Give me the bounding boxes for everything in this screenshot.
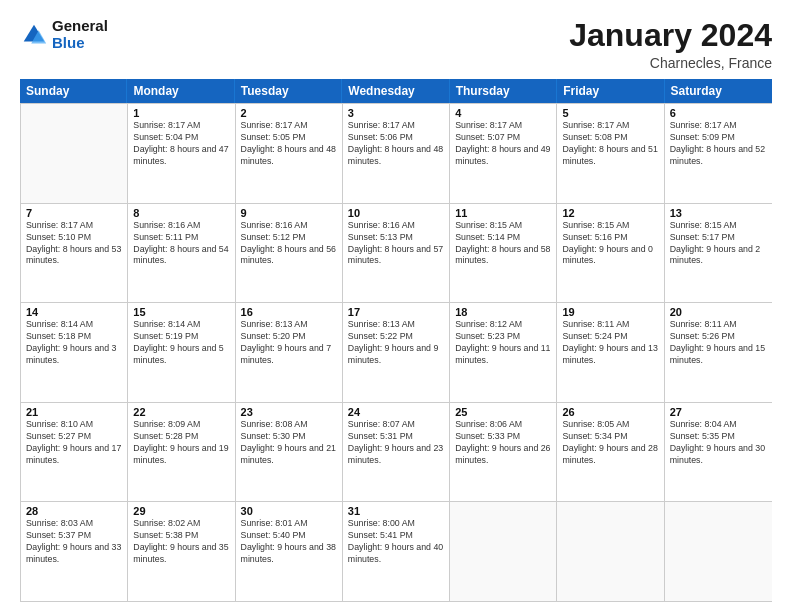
day-info: Sunrise: 8:06 AM Sunset: 5:33 PM Dayligh… — [455, 419, 551, 467]
day-number: 12 — [562, 207, 658, 219]
day-number: 13 — [670, 207, 767, 219]
weekday-header: Friday — [557, 79, 664, 103]
header: General Blue January 2024 Charnecles, Fr… — [20, 18, 772, 71]
day-number: 8 — [133, 207, 229, 219]
day-info: Sunrise: 8:02 AM Sunset: 5:38 PM Dayligh… — [133, 518, 229, 566]
day-info: Sunrise: 8:10 AM Sunset: 5:27 PM Dayligh… — [26, 419, 122, 467]
weekday-header: Sunday — [20, 79, 127, 103]
calendar-row: 28Sunrise: 8:03 AM Sunset: 5:37 PM Dayli… — [21, 501, 772, 601]
day-info: Sunrise: 8:13 AM Sunset: 5:20 PM Dayligh… — [241, 319, 337, 367]
calendar-cell — [450, 502, 557, 601]
calendar-cell: 30Sunrise: 8:01 AM Sunset: 5:40 PM Dayli… — [236, 502, 343, 601]
day-info: Sunrise: 8:00 AM Sunset: 5:41 PM Dayligh… — [348, 518, 444, 566]
day-info: Sunrise: 8:14 AM Sunset: 5:19 PM Dayligh… — [133, 319, 229, 367]
calendar-cell: 20Sunrise: 8:11 AM Sunset: 5:26 PM Dayli… — [665, 303, 772, 402]
day-number: 19 — [562, 306, 658, 318]
day-info: Sunrise: 8:08 AM Sunset: 5:30 PM Dayligh… — [241, 419, 337, 467]
day-info: Sunrise: 8:16 AM Sunset: 5:12 PM Dayligh… — [241, 220, 337, 268]
day-info: Sunrise: 8:15 AM Sunset: 5:16 PM Dayligh… — [562, 220, 658, 268]
day-number: 15 — [133, 306, 229, 318]
calendar-row: 14Sunrise: 8:14 AM Sunset: 5:18 PM Dayli… — [21, 302, 772, 402]
day-number: 11 — [455, 207, 551, 219]
page: General Blue January 2024 Charnecles, Fr… — [0, 0, 792, 612]
day-info: Sunrise: 8:05 AM Sunset: 5:34 PM Dayligh… — [562, 419, 658, 467]
calendar-cell — [557, 502, 664, 601]
day-number: 24 — [348, 406, 444, 418]
day-number: 4 — [455, 107, 551, 119]
day-number: 10 — [348, 207, 444, 219]
day-number: 1 — [133, 107, 229, 119]
day-info: Sunrise: 8:16 AM Sunset: 5:11 PM Dayligh… — [133, 220, 229, 268]
logo-icon — [20, 21, 48, 49]
day-info: Sunrise: 8:11 AM Sunset: 5:26 PM Dayligh… — [670, 319, 767, 367]
calendar-cell: 21Sunrise: 8:10 AM Sunset: 5:27 PM Dayli… — [21, 403, 128, 502]
day-number: 31 — [348, 505, 444, 517]
calendar-cell: 12Sunrise: 8:15 AM Sunset: 5:16 PM Dayli… — [557, 204, 664, 303]
calendar-cell: 7Sunrise: 8:17 AM Sunset: 5:10 PM Daylig… — [21, 204, 128, 303]
calendar-cell — [21, 104, 128, 203]
day-number: 7 — [26, 207, 122, 219]
calendar-row: 1Sunrise: 8:17 AM Sunset: 5:04 PM Daylig… — [21, 103, 772, 203]
calendar-cell: 6Sunrise: 8:17 AM Sunset: 5:09 PM Daylig… — [665, 104, 772, 203]
calendar-row: 7Sunrise: 8:17 AM Sunset: 5:10 PM Daylig… — [21, 203, 772, 303]
day-number: 14 — [26, 306, 122, 318]
calendar-cell: 1Sunrise: 8:17 AM Sunset: 5:04 PM Daylig… — [128, 104, 235, 203]
calendar-cell: 10Sunrise: 8:16 AM Sunset: 5:13 PM Dayli… — [343, 204, 450, 303]
day-info: Sunrise: 8:17 AM Sunset: 5:10 PM Dayligh… — [26, 220, 122, 268]
day-info: Sunrise: 8:17 AM Sunset: 5:09 PM Dayligh… — [670, 120, 767, 168]
day-info: Sunrise: 8:17 AM Sunset: 5:07 PM Dayligh… — [455, 120, 551, 168]
calendar-cell: 24Sunrise: 8:07 AM Sunset: 5:31 PM Dayli… — [343, 403, 450, 502]
calendar-cell: 25Sunrise: 8:06 AM Sunset: 5:33 PM Dayli… — [450, 403, 557, 502]
calendar-cell: 14Sunrise: 8:14 AM Sunset: 5:18 PM Dayli… — [21, 303, 128, 402]
day-number: 9 — [241, 207, 337, 219]
calendar-cell: 31Sunrise: 8:00 AM Sunset: 5:41 PM Dayli… — [343, 502, 450, 601]
day-number: 27 — [670, 406, 767, 418]
day-info: Sunrise: 8:14 AM Sunset: 5:18 PM Dayligh… — [26, 319, 122, 367]
day-number: 6 — [670, 107, 767, 119]
day-info: Sunrise: 8:17 AM Sunset: 5:05 PM Dayligh… — [241, 120, 337, 168]
calendar-cell: 19Sunrise: 8:11 AM Sunset: 5:24 PM Dayli… — [557, 303, 664, 402]
calendar-cell: 8Sunrise: 8:16 AM Sunset: 5:11 PM Daylig… — [128, 204, 235, 303]
calendar-cell: 5Sunrise: 8:17 AM Sunset: 5:08 PM Daylig… — [557, 104, 664, 203]
day-number: 28 — [26, 505, 122, 517]
day-info: Sunrise: 8:01 AM Sunset: 5:40 PM Dayligh… — [241, 518, 337, 566]
day-number: 26 — [562, 406, 658, 418]
calendar-cell — [665, 502, 772, 601]
day-number: 25 — [455, 406, 551, 418]
weekday-header: Saturday — [665, 79, 772, 103]
calendar-header: SundayMondayTuesdayWednesdayThursdayFrid… — [20, 79, 772, 103]
day-number: 3 — [348, 107, 444, 119]
calendar-cell: 15Sunrise: 8:14 AM Sunset: 5:19 PM Dayli… — [128, 303, 235, 402]
weekday-header: Thursday — [450, 79, 557, 103]
day-info: Sunrise: 8:17 AM Sunset: 5:08 PM Dayligh… — [562, 120, 658, 168]
day-info: Sunrise: 8:04 AM Sunset: 5:35 PM Dayligh… — [670, 419, 767, 467]
calendar-cell: 4Sunrise: 8:17 AM Sunset: 5:07 PM Daylig… — [450, 104, 557, 203]
day-number: 29 — [133, 505, 229, 517]
day-info: Sunrise: 8:15 AM Sunset: 5:17 PM Dayligh… — [670, 220, 767, 268]
weekday-header: Monday — [127, 79, 234, 103]
day-number: 22 — [133, 406, 229, 418]
weekday-header: Tuesday — [235, 79, 342, 103]
calendar-cell: 27Sunrise: 8:04 AM Sunset: 5:35 PM Dayli… — [665, 403, 772, 502]
month-title: January 2024 — [569, 18, 772, 53]
day-number: 17 — [348, 306, 444, 318]
calendar-cell: 23Sunrise: 8:08 AM Sunset: 5:30 PM Dayli… — [236, 403, 343, 502]
calendar-cell: 17Sunrise: 8:13 AM Sunset: 5:22 PM Dayli… — [343, 303, 450, 402]
day-info: Sunrise: 8:13 AM Sunset: 5:22 PM Dayligh… — [348, 319, 444, 367]
calendar-cell: 28Sunrise: 8:03 AM Sunset: 5:37 PM Dayli… — [21, 502, 128, 601]
weekday-header: Wednesday — [342, 79, 449, 103]
day-info: Sunrise: 8:07 AM Sunset: 5:31 PM Dayligh… — [348, 419, 444, 467]
calendar-cell: 9Sunrise: 8:16 AM Sunset: 5:12 PM Daylig… — [236, 204, 343, 303]
day-number: 21 — [26, 406, 122, 418]
calendar-row: 21Sunrise: 8:10 AM Sunset: 5:27 PM Dayli… — [21, 402, 772, 502]
day-number: 16 — [241, 306, 337, 318]
calendar-cell: 26Sunrise: 8:05 AM Sunset: 5:34 PM Dayli… — [557, 403, 664, 502]
day-number: 30 — [241, 505, 337, 517]
day-info: Sunrise: 8:11 AM Sunset: 5:24 PM Dayligh… — [562, 319, 658, 367]
calendar-cell: 11Sunrise: 8:15 AM Sunset: 5:14 PM Dayli… — [450, 204, 557, 303]
calendar-body: 1Sunrise: 8:17 AM Sunset: 5:04 PM Daylig… — [20, 103, 772, 602]
day-number: 5 — [562, 107, 658, 119]
location: Charnecles, France — [569, 55, 772, 71]
day-number: 23 — [241, 406, 337, 418]
calendar-cell: 2Sunrise: 8:17 AM Sunset: 5:05 PM Daylig… — [236, 104, 343, 203]
